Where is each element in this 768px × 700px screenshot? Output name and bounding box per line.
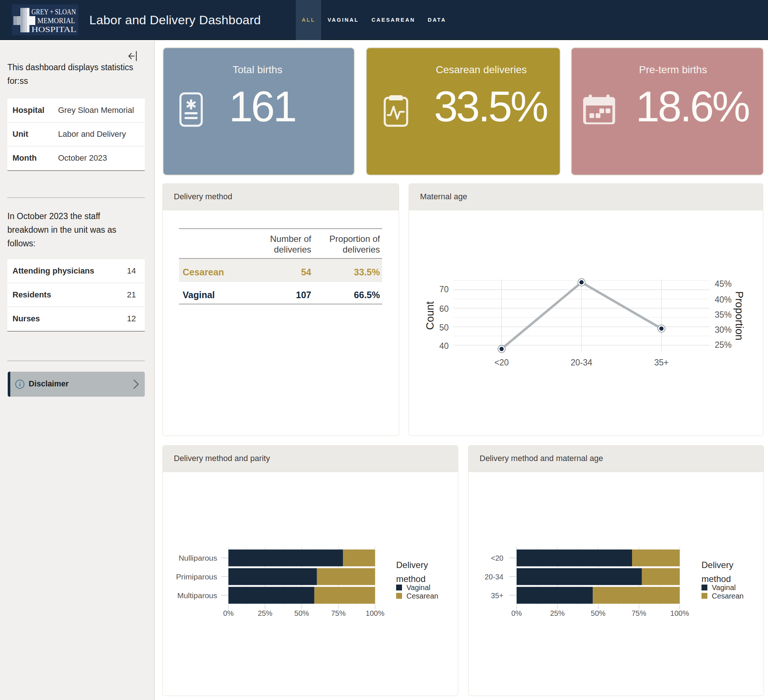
svg-text:25%: 25%	[258, 609, 272, 617]
svg-text:<20: <20	[494, 358, 509, 367]
svg-text:Proportion: Proportion	[733, 291, 745, 340]
svg-text:method: method	[396, 574, 426, 584]
svg-text:GREY + SLOAN: GREY + SLOAN	[32, 7, 76, 16]
svg-text:25%: 25%	[550, 609, 565, 617]
svg-text:i: i	[19, 381, 21, 388]
svg-text:HOSPITAL: HOSPITAL	[32, 25, 77, 34]
svg-text:75%: 75%	[632, 609, 646, 617]
svg-text:20-34: 20-34	[485, 573, 503, 581]
svg-text:50%: 50%	[294, 609, 309, 617]
svg-text:method: method	[701, 574, 731, 584]
svg-text:75%: 75%	[331, 609, 346, 617]
svg-text:50: 50	[439, 323, 449, 332]
svg-text:Vaginal: Vaginal	[712, 583, 736, 591]
svg-text:Delivery: Delivery	[396, 560, 428, 570]
svg-text:30%: 30%	[715, 325, 732, 335]
svg-text:100%: 100%	[366, 609, 384, 617]
svg-text:60: 60	[439, 304, 449, 314]
svg-text:0%: 0%	[223, 609, 234, 617]
svg-text:35%: 35%	[715, 310, 732, 319]
svg-text:35+: 35+	[654, 358, 669, 367]
svg-text:0%: 0%	[511, 609, 522, 617]
svg-text:Count: Count	[424, 301, 436, 330]
svg-text:25%: 25%	[715, 340, 732, 350]
svg-text:45%: 45%	[715, 279, 732, 288]
svg-text:70: 70	[439, 285, 449, 294]
svg-text:<20: <20	[491, 554, 503, 562]
svg-text:40: 40	[439, 341, 449, 351]
svg-text:Delivery: Delivery	[701, 560, 733, 570]
svg-text:Vaginal: Vaginal	[406, 583, 430, 591]
svg-text:20-34: 20-34	[571, 358, 592, 367]
svg-text:35+: 35+	[491, 591, 503, 600]
svg-text:50%: 50%	[591, 609, 606, 617]
svg-text:Cesarean: Cesarean	[406, 592, 438, 600]
svg-text:Nulliparous: Nulliparous	[179, 554, 217, 562]
svg-text:MEMORIAL: MEMORIAL	[37, 16, 75, 25]
svg-text:Cesarean: Cesarean	[712, 592, 744, 600]
svg-text:Multiparous: Multiparous	[177, 591, 217, 600]
svg-text:100%: 100%	[670, 609, 689, 617]
svg-text:Primiparous: Primiparous	[176, 572, 217, 581]
svg-text:40%: 40%	[715, 295, 732, 304]
